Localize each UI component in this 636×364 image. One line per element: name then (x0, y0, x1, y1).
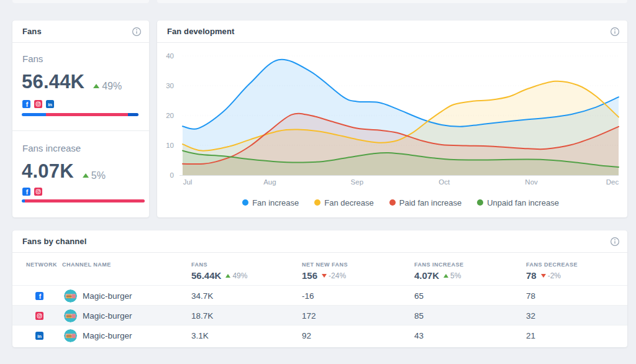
svg-text:f: f (26, 188, 29, 196)
summary-value: 78 (526, 270, 537, 281)
cutoff-card-above-right (157, 0, 627, 3)
trend-up-icon (93, 84, 99, 88)
channel-avatar (64, 309, 77, 322)
channel-cell: Magic-burger (64, 306, 132, 325)
network-cell: f (35, 286, 43, 306)
legend-label: Fan increase (252, 198, 299, 207)
column-header-fans-decrease[interactable]: Fans decrease (526, 262, 578, 268)
kpi-section-fans-increase: Fans increase4.07K5%f (12, 130, 149, 217)
info-icon[interactable] (132, 27, 142, 37)
channel-avatar (64, 329, 77, 342)
fans-cell: 18.7K (191, 306, 213, 325)
svg-text:in: in (48, 102, 52, 107)
instagram-icon (35, 312, 43, 320)
legend-item-fan-increase[interactable]: Fan increase (242, 198, 299, 207)
y-axis-label: 10 (166, 142, 174, 149)
trend-up-icon (83, 173, 89, 178)
network-icons: f (22, 188, 42, 196)
legend-item-paid-fan-increase[interactable]: Paid fan increase (389, 198, 461, 207)
fans-decrease-cell: 78 (526, 286, 535, 306)
linkedin-icon: in (35, 332, 43, 340)
network-icons: fin (22, 100, 54, 108)
svg-text:f: f (39, 293, 42, 300)
fans-card: Fans Fans56.44K49%finFans increase4.07K5… (12, 20, 149, 217)
summary-value: 4.07K (414, 270, 439, 281)
instagram-icon (34, 188, 42, 196)
table-row-facebook[interactable]: fMagic-burger34.7K-166578 (12, 285, 627, 305)
channel-name: Magic-burger (83, 311, 132, 321)
channel-avatar (64, 289, 77, 303)
fans-decrease-cell: 32 (526, 306, 535, 325)
legend-dot (477, 199, 483, 206)
legend-dot (314, 199, 320, 206)
fans-cell: 34.7K (191, 286, 213, 306)
chart-legend: Fan increaseFan decreasePaid fan increas… (183, 198, 619, 207)
info-icon[interactable] (610, 237, 620, 247)
kpi-percent: 5% (91, 170, 106, 181)
y-axis-label: 30 (166, 82, 174, 89)
fans-card-header: Fans (12, 20, 149, 43)
x-axis-label: Oct (438, 178, 450, 186)
legend-item-fan-decrease[interactable]: Fan decrease (314, 198, 374, 207)
legend-item-unpaid-fan-increase[interactable]: Unpaid fan increase (477, 198, 559, 207)
net-new-fans-cell: -16 (302, 286, 314, 306)
fans-increase-cell: 65 (414, 286, 424, 306)
network-cell: in (35, 325, 43, 345)
x-axis-label: Aug (263, 178, 276, 186)
kpi-value: 4.07K (22, 160, 74, 183)
fans-increase-cell: 85 (414, 306, 424, 325)
facebook-icon: f (22, 188, 30, 196)
channel-name: Magic-burger (83, 291, 132, 301)
facebook-icon: f (22, 100, 30, 108)
kpi-label: Fans (22, 53, 43, 64)
facebook-icon: f (35, 292, 43, 300)
legend-label: Fan decrease (324, 198, 374, 207)
bar-segment (25, 199, 145, 202)
channel-cell: Magic-burger (64, 286, 132, 306)
legend-label: Unpaid fan increase (487, 198, 559, 207)
kpi-section-fans: Fans56.44K49%fin (12, 43, 149, 130)
fan-development-chart: 010203040JulAugSepOctNovDec (157, 43, 627, 192)
summary-percent: -2% (548, 271, 561, 280)
column-header-channel-name[interactable]: Channel name (62, 262, 111, 268)
summary-cell: 56.44K49% (191, 270, 247, 281)
column-header-net-new-fans[interactable]: Net new fans (302, 262, 348, 268)
net-new-fans-cell: 92 (302, 325, 311, 345)
summary-percent: 5% (450, 271, 461, 280)
fan-development-card: Fan development 010203040JulAugSepOctNov… (157, 20, 627, 217)
summary-cell: 156-24% (302, 270, 346, 281)
summary-cell: 4.07K5% (414, 270, 461, 281)
column-header-network[interactable]: Network (26, 262, 57, 268)
info-icon[interactable] (610, 27, 620, 37)
x-axis-label: Sep (351, 178, 363, 186)
column-header-fans-increase[interactable]: Fans increase (414, 262, 464, 268)
fans-by-channel-title: Fans by channel (22, 237, 86, 246)
y-axis-label: 40 (166, 52, 174, 60)
y-axis-label: 0 (170, 171, 174, 179)
fan-development-title: Fan development (167, 27, 234, 36)
fans-increase-cell: 43 (414, 325, 424, 345)
bar-segment (22, 113, 46, 116)
x-axis-label: Jul (183, 178, 193, 186)
linkedin-icon: in (46, 100, 54, 108)
fans-card-title: Fans (22, 27, 42, 36)
summary-value: 156 (302, 270, 317, 281)
trend-down-icon (322, 274, 327, 278)
cutoff-card-above-left (12, 0, 149, 3)
fan-development-header: Fan development (157, 20, 627, 43)
distribution-bar (22, 199, 145, 202)
legend-label: Paid fan increase (399, 198, 461, 207)
trend-up-icon (225, 274, 230, 278)
net-new-fans-cell: 172 (302, 306, 316, 325)
table-row-linkedin[interactable]: inMagic-burger3.1K924321 (12, 325, 627, 345)
channel-cell: Magic-burger (64, 325, 132, 345)
table-body: fMagic-burger34.7K-166578Magic-burger18.… (12, 285, 627, 345)
summary-percent: -24% (329, 271, 346, 280)
instagram-icon (34, 100, 42, 108)
table-row-instagram[interactable]: Magic-burger18.7K1728532 (12, 305, 627, 325)
svg-text:in: in (37, 333, 42, 339)
y-axis-label: 20 (166, 112, 174, 119)
column-header-fans[interactable]: Fans (191, 262, 207, 268)
trend-up-icon (443, 274, 448, 278)
kpi-percent: 49% (102, 81, 122, 92)
